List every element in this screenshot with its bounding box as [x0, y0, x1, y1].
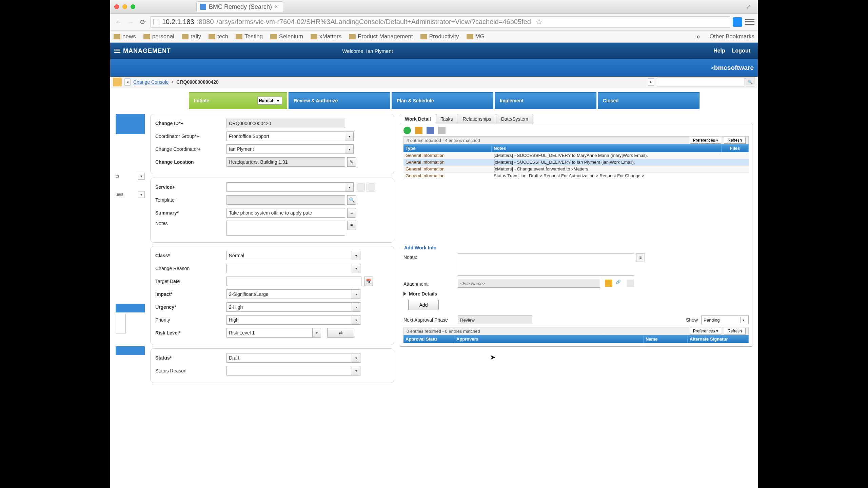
- preferences-button[interactable]: Preferences ▾: [690, 137, 721, 144]
- template-lookup-button[interactable]: 🔍: [347, 195, 356, 205]
- window-zoom-button[interactable]: [131, 4, 135, 9]
- impact-select[interactable]: 2-Significant/Large: [226, 289, 352, 299]
- show-filter-select[interactable]: Pending▾: [701, 316, 749, 324]
- window-close-button[interactable]: [114, 4, 119, 9]
- dropdown-button[interactable]: ▾: [352, 251, 360, 260]
- reload-button[interactable]: ⟳: [138, 17, 147, 27]
- window-minimize-button[interactable]: [122, 4, 127, 9]
- stage-initiate[interactable]: Initiate Normal▾: [189, 92, 287, 109]
- bookmark-item[interactable]: rally: [182, 33, 201, 40]
- expand-text-button[interactable]: ≡: [347, 208, 356, 218]
- edit-icon[interactable]: [415, 127, 422, 134]
- window-expand-icon[interactable]: ⤢: [746, 3, 751, 11]
- breadcrumb-back-button[interactable]: ◂: [124, 78, 131, 86]
- bookmark-item[interactable]: Testing: [236, 33, 263, 40]
- back-button[interactable]: ←: [114, 17, 123, 27]
- risk-slider-button[interactable]: ⇄: [327, 328, 354, 338]
- add-icon[interactable]: [403, 127, 411, 134]
- view-icon[interactable]: [427, 127, 434, 134]
- summary-field[interactable]: Take phone system offline to apply patc: [226, 208, 345, 218]
- leftnav-handle[interactable]: [116, 314, 126, 333]
- status-select[interactable]: Draft: [226, 353, 352, 363]
- work-notes-textarea[interactable]: [458, 253, 634, 276]
- change-reason-select[interactable]: [226, 264, 352, 273]
- table-row[interactable]: General Information[xMatters] - SUCCESSF…: [403, 159, 749, 166]
- risk-level-select[interactable]: Risk Level 1: [226, 328, 313, 338]
- browser-menu-button[interactable]: [745, 17, 754, 27]
- target-date-field[interactable]: [226, 277, 361, 286]
- other-bookmarks[interactable]: Other Bookmarks: [708, 33, 754, 40]
- col-files[interactable]: Files: [722, 144, 749, 152]
- dropdown-button[interactable]: ▾: [352, 289, 360, 299]
- table-row[interactable]: General Information[xMatters] - SUCCESSF…: [403, 152, 749, 159]
- col-name[interactable]: Name: [644, 335, 688, 343]
- dropdown-button[interactable]: ▾: [352, 302, 360, 312]
- extension-icon[interactable]: [733, 17, 742, 27]
- dropdown-button[interactable]: ▾: [352, 264, 360, 273]
- app-menu-icon[interactable]: [114, 49, 120, 53]
- col-approval-status[interactable]: Approval Statu: [403, 335, 454, 343]
- dropdown-button[interactable]: ▾: [345, 131, 354, 141]
- report-icon[interactable]: [438, 127, 446, 134]
- bookmark-item[interactable]: xMatters: [311, 33, 341, 40]
- priority-select[interactable]: High: [226, 315, 352, 325]
- bookmark-item[interactable]: tech: [209, 33, 228, 40]
- help-link[interactable]: Help: [713, 48, 725, 54]
- bookmark-item[interactable]: news: [114, 33, 136, 40]
- tab-tasks[interactable]: Tasks: [436, 114, 458, 124]
- breadcrumb-forward-button[interactable]: ▸: [648, 78, 654, 86]
- expand-text-button[interactable]: ≡: [347, 221, 356, 230]
- bookmark-item[interactable]: Product Management: [349, 33, 413, 40]
- refresh-button[interactable]: Refresh: [724, 328, 746, 334]
- refresh-button[interactable]: Refresh: [724, 137, 746, 144]
- bookmark-item[interactable]: Selenium: [270, 33, 303, 40]
- stage-implement[interactable]: Implement: [495, 92, 596, 109]
- service-field[interactable]: [226, 182, 345, 192]
- info-icon[interactable]: [367, 183, 375, 191]
- dropdown-button[interactable]: ▾: [352, 315, 360, 325]
- breadcrumb-link[interactable]: Change Console: [133, 79, 169, 85]
- add-button[interactable]: Add: [408, 300, 439, 310]
- home-icon[interactable]: [113, 78, 122, 86]
- tab-relationships[interactable]: Relationships: [458, 114, 496, 124]
- stage-review-authorize[interactable]: Review & Authorize: [289, 92, 390, 109]
- preferences-button[interactable]: Preferences ▾: [690, 328, 721, 334]
- bookmark-item[interactable]: personal: [143, 33, 174, 40]
- edit-location-button[interactable]: ✎: [347, 157, 356, 167]
- dropdown-button[interactable]: ▾: [345, 182, 354, 192]
- logout-link[interactable]: Logout: [732, 48, 750, 54]
- leftnav-dropdown[interactable]: uest▾: [116, 191, 145, 198]
- address-bar[interactable]: 10.2.1.183:8080/arsys/forms/vic-vm-r7604…: [150, 16, 730, 28]
- bookmarks-overflow-icon[interactable]: »: [696, 33, 700, 40]
- col-alternate-signature[interactable]: Alternate Signatur: [688, 335, 749, 343]
- col-notes[interactable]: Notes: [492, 144, 722, 152]
- urgency-select[interactable]: 2-High: [226, 302, 352, 312]
- tab-close-icon[interactable]: ×: [275, 4, 279, 9]
- coordinator-group-field[interactable]: Frontoffice Support: [226, 131, 345, 141]
- bookmark-star-icon[interactable]: ☆: [536, 18, 542, 26]
- tab-work-detail[interactable]: Work Detail: [400, 114, 436, 124]
- lookup-icon[interactable]: [356, 183, 364, 191]
- dropdown-button[interactable]: ▾: [312, 328, 321, 338]
- expand-text-button[interactable]: ≡: [636, 253, 645, 262]
- search-button[interactable]: 🔍: [745, 78, 755, 86]
- table-row[interactable]: General InformationStatus Transition: Dr…: [403, 172, 749, 179]
- col-approvers[interactable]: Approvers: [454, 335, 644, 343]
- stage-plan-schedule[interactable]: Plan & Schedule: [392, 92, 493, 109]
- dropdown-button[interactable]: ▾: [352, 366, 360, 375]
- browse-file-icon[interactable]: [605, 280, 612, 287]
- notes-field[interactable]: [226, 221, 345, 236]
- bookmark-item[interactable]: MG: [467, 33, 485, 40]
- leftnav-item[interactable]: [116, 114, 145, 134]
- dropdown-button[interactable]: ▾: [352, 353, 360, 363]
- leftnav-dropdown[interactable]: to▾: [116, 173, 145, 180]
- status-reason-select[interactable]: [226, 366, 352, 375]
- leftnav-item[interactable]: [116, 304, 145, 312]
- calendar-button[interactable]: 📅: [364, 277, 373, 286]
- leftnav-item[interactable]: [116, 346, 145, 355]
- more-details-toggle[interactable]: More Details: [403, 291, 749, 297]
- remove-attachment-icon[interactable]: [627, 280, 634, 287]
- stage-substatus-select[interactable]: Normal▾: [257, 97, 282, 105]
- change-coordinator-field[interactable]: Ian Plyment: [226, 144, 345, 154]
- tab-date-system[interactable]: Date/System: [496, 114, 533, 124]
